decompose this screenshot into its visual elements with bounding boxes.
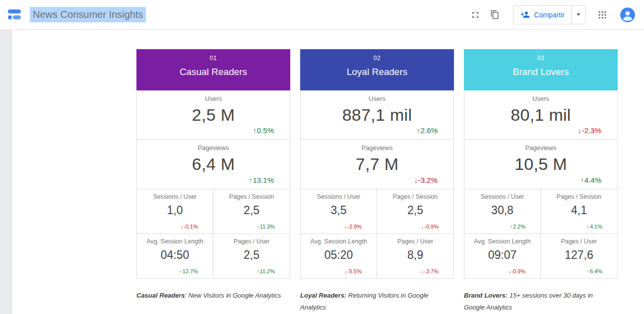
users-scorecard[interactable]: Users 80,1 mil ↓-2.3% [464,90,618,140]
small-metrics-grid: Sessions / User 1,0 ↓-0.1% Pages / Sessi… [136,189,290,279]
pages-per-user-cell[interactable]: Pages / User 2,5 ↑11.2% [213,234,290,279]
delta-value: -2.9% [347,224,362,230]
share-button[interactable]: Compartir [513,5,585,24]
pages-per-session-cell[interactable]: Pages / Session 4,1 ↑4.1% [541,189,618,234]
delta-value: 2.2% [513,224,525,230]
delta-value: -0.1% [184,224,198,230]
google-apps-button[interactable] [592,5,612,25]
metric-value: 6,4 M [137,155,290,174]
metric-label: Pageviews [464,140,617,152]
metric-value: 2,5 M [137,105,290,125]
avatar[interactable] [620,7,635,22]
pages-per-session-cell[interactable]: Pages / Session 2,5 ↓-0.9% [377,189,454,234]
pageviews-scorecard[interactable]: Pageviews 10,5 M ↑4.4% [464,140,618,189]
metric-value: 2,5 [377,204,453,217]
delta-value: 11.2% [260,268,275,274]
avg-session-length-cell[interactable]: Avg. Session Length 05:20 ↓-5.5% [300,234,377,279]
segment-footnote: Casual Readers: New Visitors in Google A… [136,290,285,302]
metric-delta: ↑2.2% [510,224,525,230]
segment-title: Casual Readers [136,67,290,78]
trend-arrow-icon: ↑ [580,177,584,184]
users-scorecard[interactable]: Users 887,1 mil ↑2.6% [300,90,454,140]
metric-delta: ↓-3.7% [421,268,439,274]
metric-label: Avg. Session Length [464,234,540,245]
segment-header[interactable]: 01 Casual Readers [136,49,290,90]
segment-header[interactable]: 02 Loyal Readers [300,49,454,90]
delta-value: -3.2% [418,176,438,184]
segment-header[interactable]: 03 Brand Lovers [464,49,618,90]
delta-value: 11.3% [260,224,275,230]
metric-delta: ↓-0.1% [181,224,198,230]
metric-value: 10,5 M [464,155,617,174]
delta-value: -0.9% [511,268,525,274]
avg-session-length-cell[interactable]: Avg. Session Length 09:07 ↓-0.9% [464,234,541,279]
trend-arrow-icon: ↑ [510,224,513,230]
metric-delta: ↓-0.9% [421,224,439,230]
footnote-lead: Loyal Readers: [300,292,346,299]
metric-label: Pageviews [301,140,453,152]
delta-value: -3.7% [424,268,439,274]
trend-arrow-icon: ↓ [421,269,424,274]
fullscreen-button[interactable] [465,5,485,25]
delta-value: -0.9% [424,224,439,230]
small-metrics-grid: Sessions / User 30,8 ↑2.2% Pages / Sessi… [464,189,618,279]
metric-label: Users [137,90,290,102]
copy-report-button[interactable] [485,5,505,25]
avg-session-length-cell[interactable]: Avg. Session Length 04:50 ↑12.7% [136,234,213,279]
trend-arrow-icon: ↑ [587,224,589,230]
metric-delta: ↓-2.9% [344,224,362,230]
share-button-main[interactable]: Compartir [514,6,572,24]
pages-per-user-cell[interactable]: Pages / User 8,9 ↓-3.7% [377,234,454,279]
metric-delta: ↓-2.3% [578,126,601,135]
metric-label: Pages / User [213,234,290,245]
metric-value: 127,6 [541,248,617,262]
apps-grid-icon [597,10,607,20]
delta-value: -5.5% [347,268,362,274]
pages-per-session-cell[interactable]: Pages / Session 2,5 ↑11.3% [213,189,290,234]
sessions-per-user-cell[interactable]: Sessions / User 30,8 ↑2.2% [464,189,541,234]
segment-number: 01 [136,55,290,62]
metric-value: 04:50 [137,248,213,262]
metric-value: 8,9 [377,248,453,262]
metric-delta: ↑0.5% [253,126,274,135]
metric-value: 2,5 [213,204,290,217]
delta-value: 12.7% [183,268,198,274]
metric-value: 2,5 [213,248,290,262]
segment-number: 02 [300,55,454,62]
metric-label: Avg. Session Length [137,234,213,245]
share-dropdown-button[interactable] [572,6,585,24]
trend-arrow-icon: ↓ [578,127,581,135]
pageviews-scorecard[interactable]: Pageviews 6,4 M ↑13.1% [136,140,290,189]
pages-per-user-cell[interactable]: Pages / User 127,6 ↑6.4% [541,234,618,279]
segment-card-loyal-readers: 02 Loyal Readers Users 887,1 mil ↑2.6% P… [300,49,454,279]
trend-arrow-icon: ↑ [417,127,420,135]
copy-icon [490,10,500,19]
report-title[interactable]: News Consumer Insights [30,7,146,22]
metric-label: Pages / Session [541,189,617,200]
users-scorecard[interactable]: Users 2,5 M ↑0.5% [136,90,290,140]
trend-arrow-icon: ↑ [257,269,259,274]
trend-arrow-icon: ↓ [344,224,347,230]
metric-label: Users [301,90,453,102]
footnote-text: : New Visitors in Google Analytics [185,292,281,299]
person-add-icon [520,10,530,19]
share-button-label: Compartir [534,11,565,19]
sessions-per-user-cell[interactable]: Sessions / User 3,5 ↓-2.9% [300,189,377,234]
metric-delta: ↓-5.5% [344,268,362,274]
metric-delta: ↑11.2% [257,268,275,274]
metric-label: Avg. Session Length [301,234,377,245]
metric-value: 4,1 [541,204,617,217]
metric-value: 30,8 [464,204,540,217]
segment-title: Loyal Readers [300,67,454,78]
small-metrics-grid: Sessions / User 3,5 ↓-2.9% Pages / Sessi… [300,189,454,279]
segment-title: Brand Lovers [464,67,618,78]
delta-value: 4.4% [584,176,601,184]
metric-label: Pages / Session [377,189,453,200]
metric-value: 3,5 [301,204,377,217]
trend-arrow-icon: ↑ [180,269,182,274]
sessions-per-user-cell[interactable]: Sessions / User 1,0 ↓-0.1% [136,189,213,234]
metric-label: Sessions / User [301,189,377,200]
pageviews-scorecard[interactable]: Pageviews 7,7 M ↓-3.2% [300,140,454,189]
data-studio-logo-icon[interactable] [7,7,23,23]
trend-arrow-icon: ↑ [257,224,259,230]
